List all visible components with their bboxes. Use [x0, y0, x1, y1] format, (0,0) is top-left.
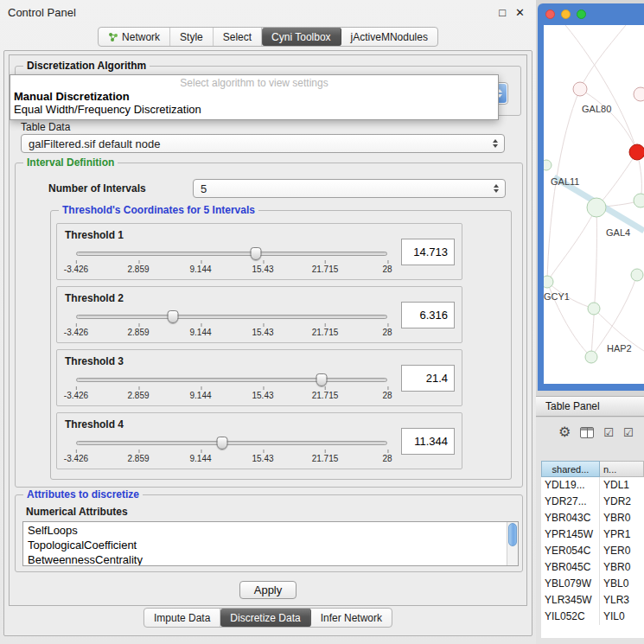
tab-jactivemnodules[interactable]: jActiveMNodules — [341, 28, 437, 46]
tab-network[interactable]: Network — [99, 28, 170, 46]
tab-style[interactable]: Style — [170, 28, 214, 46]
scrollbar-thumb[interactable] — [508, 523, 517, 546]
combobox-value: 5 — [201, 182, 488, 195]
table-cell: YBR045C — [541, 559, 600, 576]
close-window-icon[interactable]: ✕ — [515, 7, 525, 18]
slider-thumb[interactable] — [217, 437, 228, 450]
table-cell: YBR043C — [541, 510, 600, 526]
slider-track[interactable] — [76, 252, 387, 256]
threshold-value-field[interactable]: 11.344 — [401, 428, 455, 455]
network-node[interactable] — [585, 351, 597, 363]
threshold-slider[interactable] — [76, 437, 387, 450]
threshold-label: Threshold 1 — [65, 229, 124, 241]
tab-select[interactable]: Select — [214, 28, 262, 46]
table-data-label: Table Data — [21, 121, 70, 133]
network-canvas[interactable]: GAL80 GAL11 GAL4 GCY1 HAP2 — [544, 25, 644, 384]
bottom-tab-infer-network[interactable]: Infer Network — [311, 609, 392, 627]
tab-label: Discretize Data — [230, 612, 300, 624]
scale-label: 2.859 — [127, 265, 149, 274]
table-data-combobox[interactable]: galFiltered.sif default node — [21, 134, 505, 153]
attributes-group: Attributes to discretize Numerical Attri… — [15, 494, 523, 572]
threshold-value-field[interactable]: 21.4 — [401, 365, 455, 392]
slider-track[interactable] — [76, 315, 387, 319]
slider-track[interactable] — [76, 378, 387, 382]
float-window-icon[interactable]: □ — [499, 7, 506, 18]
gear-icon[interactable]: ⚙ — [558, 425, 571, 439]
thresholds-group: Threshold's Coordinates for 5 Intervals … — [50, 210, 512, 480]
columns-icon[interactable] — [580, 427, 594, 438]
dropdown-option-manual-discretization[interactable]: Manual Discretization — [10, 90, 498, 103]
deselect-checkbox-icon[interactable]: ☑ — [623, 427, 634, 438]
list-scrollbar[interactable] — [507, 522, 518, 565]
scale-label: -3.426 — [64, 265, 88, 274]
threshold-slider[interactable] — [76, 310, 387, 324]
tab-cyni-toolbox[interactable]: Cyni Toolbox — [262, 28, 341, 46]
threshold-slider[interactable] — [76, 373, 387, 387]
slider-track[interactable] — [76, 441, 387, 445]
slider-thumb[interactable] — [167, 310, 178, 323]
table-row[interactable]: YDR27...YDR2 — [541, 494, 644, 510]
tab-label: Infer Network — [321, 612, 382, 624]
minimize-traffic-light-icon[interactable] — [561, 10, 571, 19]
network-node[interactable] — [587, 198, 606, 217]
bottom-tab-discretize-data[interactable]: Discretize Data — [220, 609, 310, 627]
scale-label: 2.859 — [127, 328, 149, 337]
threshold-value-field[interactable]: 14.713 — [401, 239, 455, 265]
table-row[interactable]: YBL079WYBL0 — [541, 576, 644, 592]
scale-label: 28 — [382, 328, 392, 337]
select-all-checkbox-icon[interactable]: ☑ — [603, 427, 614, 438]
zoom-traffic-light-icon[interactable] — [577, 10, 586, 19]
column-header-name[interactable]: n... — [600, 461, 644, 477]
table-row[interactable]: YDL19...YDL1 — [541, 477, 644, 494]
tab-label: jActiveMNodules — [351, 31, 428, 43]
attributes-legend: Attributes to discretize — [23, 488, 143, 501]
scale-label: 15.43 — [252, 391, 273, 400]
network-node[interactable] — [544, 160, 552, 170]
threshold-value-field[interactable]: 6.316 — [401, 302, 455, 328]
table-row[interactable]: YIL052CYIL0 — [541, 609, 644, 625]
column-header-shared-name[interactable]: shared... — [541, 461, 600, 477]
scale-label: 2.859 — [127, 454, 149, 463]
bottom-tab-impute-data[interactable]: Impute Data — [144, 609, 220, 627]
table-row[interactable]: YLR345WYLR3 — [541, 592, 644, 609]
list-item[interactable]: TopologicalCoefficient — [23, 538, 507, 552]
numerical-attributes-list[interactable]: SelfLoopsTopologicalCoefficientBetweenne… — [22, 521, 519, 566]
network-node[interactable] — [544, 276, 553, 288]
table-row[interactable]: YER054CYER0 — [541, 543, 644, 559]
tab-label: Select — [223, 31, 252, 43]
number-of-intervals-combobox[interactable]: 5 — [193, 179, 506, 198]
network-node[interactable] — [588, 303, 600, 315]
algorithm-dropdown: Select algorithm to view settings Manual… — [10, 74, 499, 120]
thresholds-container: Threshold 1 -3.4262.8599.14415.4321.7152… — [56, 223, 462, 469]
slider-thumb[interactable] — [316, 373, 328, 386]
updown-arrows-icon — [494, 184, 499, 193]
threshold-panel: Threshold 2 -3.4262.8599.14415.4321.7152… — [56, 286, 462, 343]
scale-label: 15.43 — [252, 265, 273, 274]
scale-label: 15.43 — [252, 454, 273, 463]
table-cell: YBL0 — [600, 576, 644, 592]
updown-arrows-icon — [493, 139, 498, 148]
thresholds-legend: Threshold's Coordinates for 5 Intervals — [59, 204, 258, 216]
numerical-attributes-label: Numerical Attributes — [26, 506, 128, 518]
table-cell: YIL052C — [541, 609, 600, 625]
list-item[interactable]: SelfLoops — [23, 523, 507, 538]
slider-thumb[interactable] — [250, 247, 261, 260]
selected-network-node[interactable] — [629, 144, 644, 160]
apply-button[interactable]: Apply — [239, 581, 296, 599]
network-node[interactable] — [634, 87, 644, 101]
network-node[interactable] — [634, 194, 644, 207]
table-row[interactable]: YBR045CYBR0 — [541, 559, 644, 576]
table-row[interactable]: YPR145WYPR1 — [541, 526, 644, 543]
combobox-value: galFiltered.sif default node — [29, 137, 488, 150]
table-cell: YBR0 — [600, 510, 644, 526]
network-node[interactable] — [631, 269, 643, 281]
main-tab-strip: NetworkStyleSelectCyni ToolboxjActiveMNo… — [98, 27, 438, 47]
threshold-panel: Threshold 4 -3.4262.8599.14415.4321.7152… — [56, 412, 462, 469]
table-row[interactable]: YBR043CYBR0 — [541, 510, 644, 526]
close-traffic-light-icon[interactable] — [545, 10, 555, 19]
dropdown-option-equal-width-frequency-discretization[interactable]: Equal Width/Frequency Discretization — [10, 103, 498, 116]
tab-label: Impute Data — [154, 612, 210, 624]
list-item[interactable]: BetweennessCentrality — [23, 552, 507, 566]
network-node[interactable] — [573, 82, 587, 96]
threshold-slider[interactable] — [76, 247, 387, 261]
